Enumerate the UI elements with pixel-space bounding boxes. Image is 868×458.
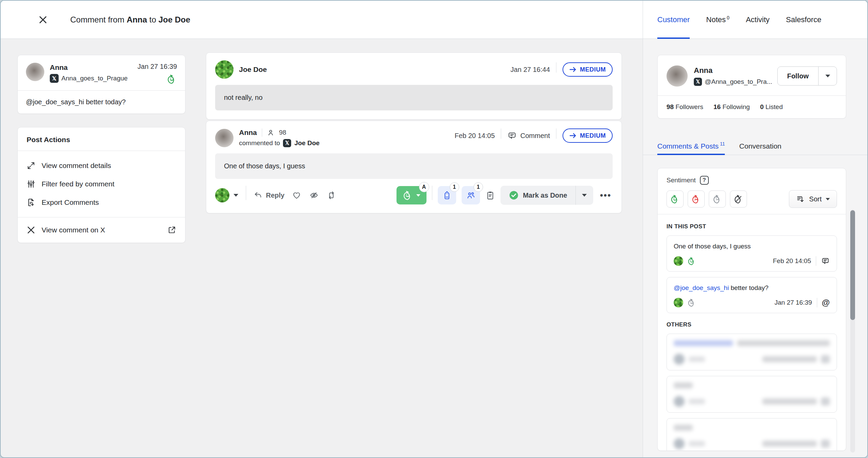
- neutral-sentiment-icon: [687, 298, 696, 307]
- hide-button[interactable]: [309, 191, 319, 200]
- close-button[interactable]: [36, 13, 50, 27]
- assign-button[interactable]: 1: [462, 186, 480, 204]
- comment-icon: [821, 257, 830, 265]
- avatar: [215, 129, 234, 147]
- customer-panel: Customer Notes0 Activity Salesforce Anna…: [643, 1, 867, 457]
- repost-button[interactable]: [327, 191, 336, 200]
- more-options-button[interactable]: •••: [599, 190, 613, 201]
- listed-stat: 0 Listed: [760, 103, 783, 111]
- arrow-right-icon: [569, 133, 577, 139]
- avatar-blurred: [674, 396, 685, 407]
- sentiment-label: Sentiment: [667, 177, 696, 184]
- reply-button[interactable]: Reply: [254, 191, 284, 199]
- feed-item-text: One of those days, I guess: [674, 242, 830, 251]
- priority-badge[interactable]: MEDIUM: [563, 62, 613, 77]
- filter-feed-item[interactable]: Filter feed by comment: [18, 175, 185, 193]
- tab-conversation[interactable]: Conversation: [739, 137, 781, 155]
- x-logo-icon: [27, 226, 35, 234]
- timestamp: Jan 27 16:44: [510, 66, 550, 74]
- users-icon: [466, 190, 476, 200]
- filter-positive-button[interactable]: [667, 190, 684, 208]
- priority-badge[interactable]: MEDIUM: [563, 128, 613, 143]
- mention-link[interactable]: @joe_doe_says_hi: [674, 284, 729, 291]
- tab-customer[interactable]: Customer: [657, 1, 690, 39]
- eye-slash-icon: [309, 191, 319, 200]
- sort-descending-icon: [796, 195, 805, 203]
- detail-header: Comment from Anna to Joe Doe: [1, 1, 643, 39]
- author-name: Joe Doe: [239, 65, 267, 74]
- comment-icon: [507, 131, 517, 140]
- sentiment-selector-button[interactable]: A: [396, 186, 426, 204]
- profile-name: Anna: [694, 66, 771, 75]
- tab-notes[interactable]: Notes0: [706, 1, 729, 39]
- reply-arrow-icon: [254, 191, 263, 199]
- filter-neutral-button[interactable]: [709, 190, 726, 208]
- chevron-down-icon: [826, 198, 830, 200]
- tasks-button[interactable]: [485, 190, 495, 200]
- timestamp: Feb 20 14:05: [773, 257, 811, 265]
- negative-sentiment-icon: [691, 194, 701, 204]
- followers-icon: [267, 129, 274, 136]
- follow-button[interactable]: Follow: [778, 67, 818, 85]
- export-comments-item[interactable]: Export Comments: [18, 193, 185, 212]
- timestamp: Jan 27 16:39: [775, 299, 812, 306]
- feed-item-text: @joe_doe_says_hi better today?: [674, 284, 830, 292]
- avatar: [215, 60, 234, 79]
- in-this-post-label: IN THIS POST: [667, 223, 837, 230]
- panel-scrollbar-thumb[interactable]: [850, 210, 855, 320]
- commented-to-label: commented to: [239, 139, 280, 147]
- filter-no-sentiment-button[interactable]: [730, 190, 747, 208]
- view-comment-details-item[interactable]: View comment details: [18, 156, 185, 175]
- comments-feed-card: Sentiment ?: [657, 168, 846, 451]
- timestamp: Feb 20 14:05: [454, 132, 495, 140]
- author-handle: Anna_goes_to_Prague: [61, 75, 128, 82]
- tab-comments-posts[interactable]: Comments & Posts11: [657, 137, 725, 155]
- app-window: Comment from Anna to Joe Doe Anna 𝕏 Anna…: [0, 0, 868, 458]
- tab-salesforce[interactable]: Salesforce: [786, 1, 821, 39]
- mark-as-done-dropdown[interactable]: [575, 186, 593, 205]
- panel-scrollbar-track[interactable]: [850, 210, 855, 453]
- reply-as-account-selector[interactable]: [215, 188, 238, 202]
- help-icon[interactable]: ?: [700, 176, 709, 185]
- divider: [246, 186, 246, 200]
- mention-icon: @: [822, 298, 830, 307]
- icon-blurred: [821, 355, 830, 363]
- divider: [432, 186, 432, 200]
- tab-activity[interactable]: Activity: [746, 1, 770, 39]
- reply-message-card: Anna 98 commented to 𝕏 Joe Doe Feb 20 14…: [206, 121, 622, 213]
- view-on-x-item[interactable]: View comment on X: [18, 217, 185, 243]
- feed-item-blurred[interactable]: [667, 376, 837, 413]
- feed-item[interactable]: @joe_doe_says_hi better today? Jan 27 16…: [667, 277, 837, 313]
- expand-icon: [27, 161, 35, 170]
- like-button[interactable]: [292, 191, 301, 200]
- positive-sentiment-icon: [687, 257, 696, 265]
- mark-as-done-button[interactable]: Mark as Done: [500, 186, 593, 205]
- selected-comment-card: Anna 𝕏 Anna_goes_to_Prague Jan 27 16:39 …: [17, 55, 185, 114]
- avatar: [26, 63, 44, 81]
- chevron-down-icon: [234, 194, 238, 197]
- parent-message-card: Joe Doe Jan 27 16:44 MEDIUM not really, …: [206, 52, 622, 120]
- external-link-icon: [167, 226, 176, 234]
- x-network-icon: 𝕏: [694, 78, 702, 86]
- avatar-blurred: [674, 354, 685, 365]
- feed-item[interactable]: One of those days, I guess Feb 20 14:05: [667, 235, 837, 272]
- message-type: Comment: [507, 131, 550, 140]
- close-icon: [38, 15, 48, 25]
- icon-blurred: [821, 440, 830, 448]
- follow-dropdown[interactable]: [818, 67, 837, 85]
- feed-item-blurred[interactable]: [667, 334, 837, 370]
- heart-icon: [292, 191, 301, 200]
- profile-handle: @Anna_goes_to_Pra...: [705, 78, 772, 86]
- page-title: Comment from Anna to Joe Doe: [70, 15, 190, 25]
- tag-button[interactable]: 1: [438, 186, 456, 204]
- avatar: [674, 298, 683, 307]
- feed-item-blurred[interactable]: [667, 418, 837, 451]
- filter-negative-button[interactable]: [688, 190, 705, 208]
- profile-card: Anna 𝕏 @Anna_goes_to_Pra... Follow 98 Fo…: [657, 55, 846, 119]
- sort-button[interactable]: Sort: [789, 190, 837, 208]
- repost-icon: [327, 191, 336, 200]
- account-avatar: [215, 188, 229, 202]
- panel-tabs: Customer Notes0 Activity Salesforce: [643, 1, 867, 39]
- auto-sentiment-badge: A: [419, 182, 429, 192]
- followers-stat: 98 Followers: [667, 103, 703, 111]
